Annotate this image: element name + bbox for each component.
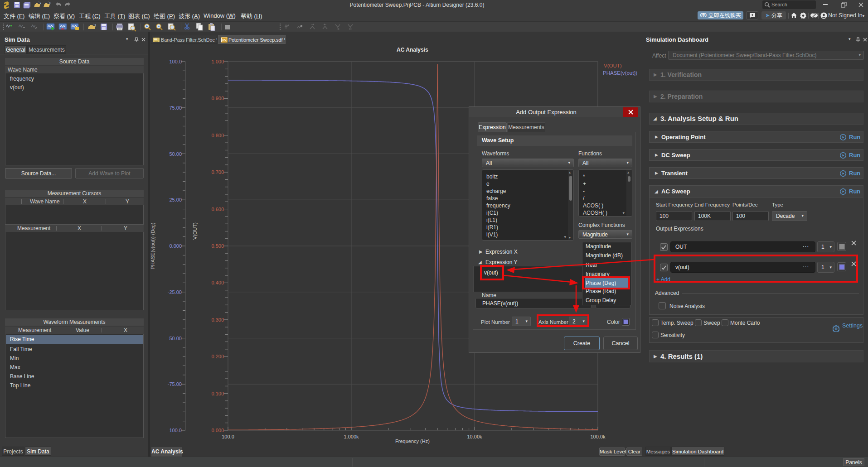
svg-text:25.00: 25.00 — [169, 197, 182, 202]
svg-text:100.0: 100.0 — [169, 59, 182, 64]
svg-text:75.00: 75.00 — [169, 105, 182, 111]
svg-text:V(OUT): V(OUT) — [604, 63, 622, 68]
svg-text:0.200: 0.200 — [211, 354, 224, 359]
svg-text:100.0: 100.0 — [222, 434, 234, 439]
svg-text:1.000: 1.000 — [211, 59, 224, 64]
svg-text:100.0k: 100.0k — [590, 434, 606, 439]
svg-text:50.00: 50.00 — [169, 151, 182, 157]
svg-text:10.00k: 10.00k — [467, 434, 482, 439]
svg-text:0.500: 0.500 — [211, 243, 224, 249]
svg-text:0.900: 0.900 — [211, 96, 224, 101]
svg-text:0.000: 0.000 — [169, 243, 182, 249]
svg-text:-100.0: -100.0 — [168, 428, 182, 433]
svg-text:0.100: 0.100 — [211, 391, 224, 396]
svg-text:V(OUT): V(OUT) — [192, 222, 198, 240]
svg-text:0.400: 0.400 — [211, 280, 224, 285]
svg-text:0.300: 0.300 — [211, 317, 224, 323]
svg-text:1.000k: 1.000k — [344, 434, 359, 439]
svg-text:-25.00: -25.00 — [168, 289, 182, 295]
svg-text:Frequency (Hz): Frequency (Hz) — [395, 438, 430, 444]
svg-text:0.600: 0.600 — [211, 207, 224, 212]
svg-text:PHASE(v(out)) (Deg): PHASE(v(out)) (Deg) — [150, 222, 155, 269]
svg-text:-50.00: -50.00 — [168, 336, 182, 341]
svg-text:0.800: 0.800 — [211, 133, 224, 138]
svg-text:0.000: 0.000 — [211, 428, 224, 433]
svg-text:-75.00: -75.00 — [168, 381, 182, 387]
svg-text:0.700: 0.700 — [211, 169, 224, 175]
svg-text:PHASE(v(out)): PHASE(v(out)) — [603, 70, 637, 76]
